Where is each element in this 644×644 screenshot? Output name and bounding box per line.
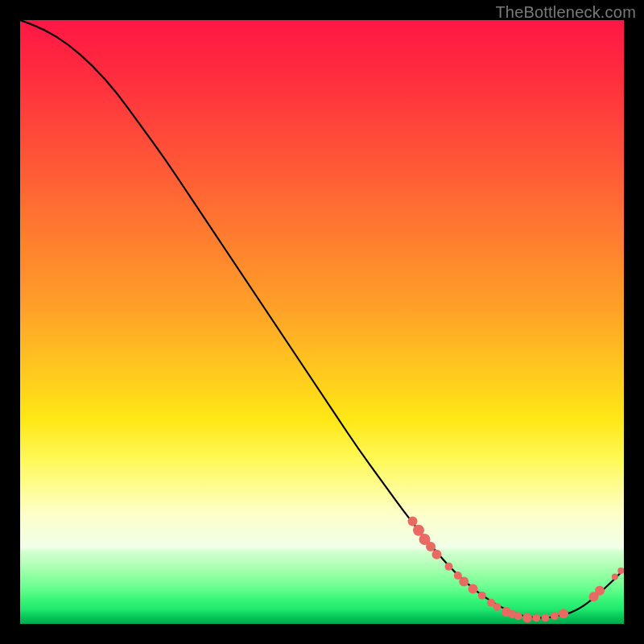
curve-marker [612,574,618,580]
curve-marker [445,563,453,571]
watermark-text: TheBottleneck.com [495,3,636,22]
curve-marker [478,592,486,600]
curve-marker [493,603,502,611]
plot-area [20,20,624,624]
chart-frame: TheBottleneck.com [0,0,644,644]
curve-marker [542,614,550,622]
curve-marker [617,568,624,574]
curve-marker [532,614,540,622]
curve-markers [408,517,625,623]
curve-marker [459,577,469,587]
curve-marker [426,542,436,551]
bottleneck-curve [20,20,624,618]
curve-marker [559,609,568,618]
curve-layer [20,20,624,624]
curve-marker [408,517,418,526]
curve-marker [522,613,532,623]
curve-marker [551,612,559,620]
curve-marker [469,584,478,594]
curve-marker [595,586,605,596]
curve-marker [514,612,522,620]
curve-marker [432,550,442,559]
